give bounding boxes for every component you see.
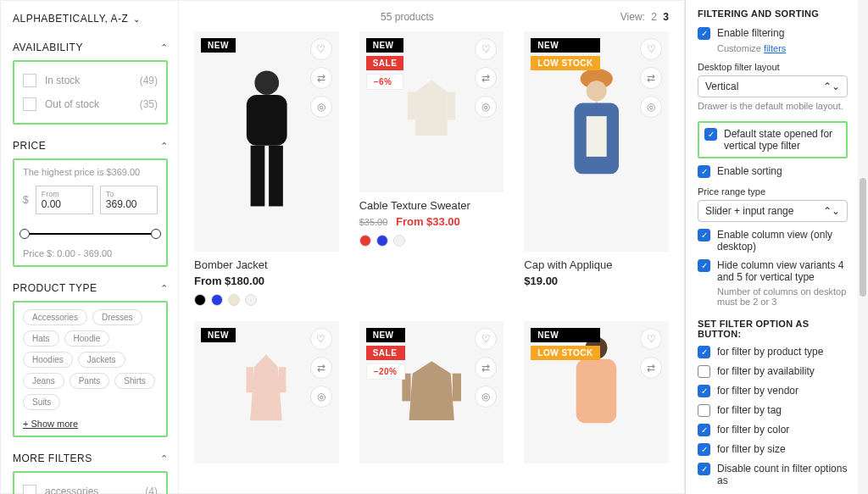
product-card[interactable]: NEW ♡ ⇄ ◎ Bomber Jacket From $180.00 [194, 31, 339, 306]
compare-icon[interactable]: ⇄ [640, 67, 662, 89]
product-card[interactable]: NEW LOW STOCK ♡ ⇄ ◎ Cap with Applique $1… [524, 31, 669, 306]
tag-shirts[interactable]: Shirts [114, 373, 155, 389]
quickview-icon[interactable]: ◎ [475, 386, 497, 408]
product-price: From $180.00 [194, 275, 339, 287]
enable-filtering-row[interactable]: Enable filtering [698, 27, 848, 40]
price-from-input[interactable]: From 0.00 [36, 186, 93, 214]
filter-option-in-stock[interactable]: In stock (49) [23, 69, 158, 92]
filter-option-accessories[interactable]: accessories (4) [23, 480, 158, 494]
sort-dropdown[interactable]: ALPHABETICALLY, A-Z ⌄ [13, 13, 168, 25]
setting-label: Enable sorting [717, 165, 782, 177]
swatch-blue[interactable] [376, 235, 388, 247]
swatch-beige[interactable] [228, 294, 240, 306]
checkbox-icon[interactable] [698, 424, 710, 436]
hide-column-variants-row[interactable]: Hide column view variants 4 and 5 for ve… [698, 259, 848, 283]
setting-label: Enable column view (only desktop) [717, 229, 848, 253]
quickview-icon[interactable]: ◎ [310, 386, 332, 408]
wishlist-icon[interactable]: ♡ [640, 38, 662, 60]
price-range-select[interactable]: Slider + input range ⌃⌄ [698, 200, 848, 222]
layout-note: Drawer is the default mobile layout. [698, 101, 848, 111]
swatch-blue[interactable] [211, 294, 223, 306]
tag-hats[interactable]: Hats [23, 330, 59, 347]
filter-section-product-type-header[interactable]: PRODUCT TYPE ⌃ [13, 282, 168, 294]
setting-label: Default state opened for vertical type f… [724, 128, 841, 152]
compare-icon[interactable]: ⇄ [310, 357, 332, 379]
wishlist-icon[interactable]: ♡ [640, 328, 662, 350]
filter-button-availability[interactable]: for filter by availability [698, 365, 848, 378]
checkbox-icon[interactable] [704, 128, 717, 141]
compare-icon[interactable]: ⇄ [475, 357, 497, 379]
compare-icon[interactable]: ⇄ [310, 67, 332, 89]
quickview-icon[interactable]: ◎ [310, 96, 332, 118]
scrollbar-thumb[interactable] [860, 178, 866, 297]
filter-section-availability-header[interactable]: AVAILABILITY ⌃ [13, 42, 168, 53]
filters-link[interactable]: filters [764, 43, 786, 53]
tag-suits[interactable]: Suits [23, 394, 60, 410]
slider-handle-max[interactable] [151, 229, 161, 239]
default-open-row[interactable]: Default state opened for vertical type f… [704, 128, 841, 152]
compare-icon[interactable]: ⇄ [640, 357, 662, 379]
checkbox-icon[interactable] [698, 365, 710, 378]
wishlist-icon[interactable]: ♡ [310, 328, 332, 350]
customize-filters-note: Customize filters [717, 43, 848, 53]
view-option-2[interactable]: 2 [651, 11, 657, 23]
tag-dresses[interactable]: Dresses [92, 309, 142, 325]
checkbox-icon[interactable] [698, 27, 710, 40]
wishlist-icon[interactable]: ♡ [475, 38, 497, 60]
tag-jackets[interactable]: Jackets [78, 352, 125, 368]
color-swatches [359, 235, 504, 247]
quickview-icon[interactable]: ◎ [640, 96, 662, 118]
layout-label: Desktop filter layout [698, 62, 848, 72]
checkbox-icon[interactable] [698, 404, 710, 417]
setting-label: Enable filtering [717, 27, 784, 39]
wishlist-icon[interactable]: ♡ [310, 38, 332, 60]
swatch-white[interactable] [393, 235, 405, 247]
tag-jeans[interactable]: Jeans [23, 373, 64, 389]
enable-column-view-row[interactable]: Enable column view (only desktop) [698, 229, 848, 253]
wishlist-icon[interactable]: ♡ [475, 328, 497, 350]
slider-handle-min[interactable] [19, 229, 30, 239]
checkbox-icon[interactable] [698, 229, 710, 241]
tag-hoodie[interactable]: Hoodie [64, 330, 110, 347]
tag-accessories[interactable]: Accessories [23, 309, 87, 325]
product-image: NEW LOW STOCK ♡ ⇄ ◎ [524, 31, 669, 252]
filter-section-price-header[interactable]: PRICE ⌃ [13, 140, 168, 152]
checkbox-icon[interactable] [698, 259, 710, 272]
price-slider[interactable] [23, 226, 158, 241]
disable-count-row[interactable]: Disable count in filter options as [698, 463, 848, 486]
view-option-3[interactable]: 3 [663, 11, 669, 23]
checkbox-icon[interactable] [698, 463, 710, 475]
setting-label: for filter by tag [717, 404, 782, 416]
product-card[interactable]: NEW SALE −20% ♡ ⇄ ◎ [359, 321, 504, 463]
product-card[interactable]: NEW LOW STOCK ♡ ⇄ [524, 321, 669, 463]
svg-point-0 [254, 70, 279, 95]
quickview-icon[interactable]: ◎ [475, 96, 497, 118]
window-scrollbar[interactable] [858, 0, 868, 494]
swatch-white[interactable] [245, 294, 257, 306]
product-card[interactable]: NEW SALE −6% ♡ ⇄ ◎ Cable Texture Sweater [359, 31, 504, 306]
price-to-input[interactable]: To 369.00 [100, 186, 158, 214]
product-card[interactable]: NEW ♡ ⇄ ◎ [194, 321, 339, 463]
filter-option-out-of-stock[interactable]: Out of stock (35) [23, 92, 158, 116]
filter-button-tag[interactable]: for filter by tag [698, 404, 848, 417]
filter-button-vendor[interactable]: for filter by vendor [698, 385, 848, 397]
filter-section-more-header[interactable]: MORE FILTERS ⌃ [13, 452, 168, 464]
checkbox-icon[interactable] [698, 346, 710, 358]
tag-pants[interactable]: Pants [70, 373, 110, 389]
badge-sale: SALE [366, 346, 405, 360]
checkbox-icon[interactable] [698, 385, 710, 397]
swatch-red[interactable] [359, 235, 371, 247]
swatch-black[interactable] [194, 294, 206, 306]
tag-hoodies[interactable]: Hoodies [23, 352, 73, 368]
product-grid-area: 55 products View: 2 3 NEW ♡ ⇄ ◎ [179, 1, 684, 493]
checkbox-icon[interactable] [698, 443, 710, 456]
filter-button-size[interactable]: for filter by size [698, 443, 848, 456]
filter-button-product-type[interactable]: for filter by product type [698, 346, 848, 358]
compare-icon[interactable]: ⇄ [475, 67, 497, 89]
filter-button-color[interactable]: for filter by color [698, 424, 848, 436]
show-more-link[interactable]: + Show more [23, 419, 158, 429]
checkbox-icon[interactable] [698, 165, 710, 178]
enable-sorting-row[interactable]: Enable sorting [698, 165, 848, 178]
filter-sidebar: ALPHABETICALLY, A-Z ⌄ AVAILABILITY ⌃ In … [1, 1, 179, 493]
layout-select[interactable]: Vertical ⌃⌄ [698, 75, 848, 97]
